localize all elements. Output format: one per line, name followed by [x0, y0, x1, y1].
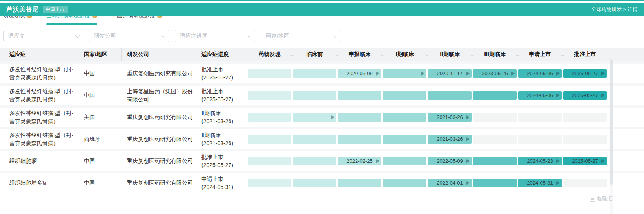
listed-status-badge: 中国上市: [43, 6, 68, 13]
stage-bar[interactable]: 2022-04-01: [428, 179, 472, 187]
stage-cell: 2020-11-17: [427, 69, 472, 78]
step-icon-triangle: [557, 182, 560, 185]
stage-date: 2022-02-25: [346, 158, 373, 164]
tab-label: 全球药物研发进度: [46, 16, 90, 19]
stage-bar[interactable]: [383, 69, 426, 78]
progress-cell: 批准上市(2025-05-27): [196, 65, 247, 81]
stage-bar: [293, 91, 336, 100]
stage-bar[interactable]: 2021-03-26: [428, 135, 472, 144]
tab-0[interactable]: 研发现状: [3, 16, 32, 25]
step-forward-icon: [556, 159, 560, 163]
step-icon-triangle: [422, 72, 424, 75]
drug-title: 芦沃美替尼: [6, 5, 39, 14]
stage-cell: [562, 179, 608, 187]
stage-bar[interactable]: 2022-02-25: [338, 157, 381, 165]
company-cell: 重庆复创医药研究有限公司: [122, 157, 196, 165]
progress-stage: 批准上市: [201, 153, 247, 161]
step-icon-bar: [466, 181, 467, 185]
stage-date: 2024-06-06: [527, 70, 553, 76]
stage-bar[interactable]: 2025-05-27: [563, 157, 607, 165]
breadcrumb[interactable]: 全球药物研发 > 详情: [591, 6, 638, 13]
stage-date: 2022-04-01: [437, 180, 463, 186]
company-cell: 上海复星医药（集团）股份有限公司: [122, 87, 196, 103]
stage-bar: [248, 179, 291, 187]
column-header: 国家/地区: [78, 48, 122, 61]
stage-bar: [473, 91, 517, 100]
table-body: 多发性神经纤维瘤Ⅰ型（封·雷克灵豪森氏骨病）中国重庆复创医药研究有限公司批准上市…: [0, 61, 644, 192]
stage-bar: [248, 69, 291, 78]
stage-bar[interactable]: 2024-06-06: [518, 69, 562, 78]
stage-header-label: 申报临床: [349, 51, 371, 57]
stage-bar: [338, 91, 381, 100]
stage-bar: [248, 91, 291, 100]
step-icon-bar: [601, 159, 602, 163]
stage-bar: [338, 135, 381, 144]
step-icon-bar: [556, 72, 557, 75]
stage-bar[interactable]: 2025-05-27: [563, 91, 607, 100]
step-icon-bar: [601, 94, 602, 97]
step-icon-triangle: [467, 160, 470, 163]
step-forward-icon: [376, 159, 379, 163]
table-row: 多发性神经纤维瘤Ⅰ型（封·雷克灵豪森氏骨病）美国重庆复创医药研究有限公司Ⅱ期临床…: [0, 105, 644, 127]
stage-date: 2025-05-27: [572, 92, 598, 98]
company-cell: 重庆复创医药研究有限公司: [122, 69, 196, 77]
tab-1[interactable]: 全球药物研发进度: [46, 16, 97, 25]
stage-cell: [247, 157, 292, 165]
step-icon-triangle: [602, 160, 605, 163]
step-icon-bar: [556, 94, 557, 97]
stage-bar[interactable]: 2020-11-17: [428, 69, 472, 78]
filter-dropdown-3[interactable]: 国家/地区: [261, 30, 341, 42]
tab-2[interactable]: 中国药物研发进度: [111, 16, 162, 25]
progress-cell: 批准上市(2025-05-27): [196, 87, 247, 103]
step-forward-icon: [601, 94, 605, 97]
stage-bar[interactable]: 2024-06-06: [518, 91, 562, 100]
tab-bar: 研发现状全球药物研发进度中国药物研发进度: [0, 16, 644, 25]
stage-bar[interactable]: 2024-05-31: [518, 179, 562, 187]
step-icon-bar: [556, 181, 557, 185]
tab-label: 中国药物研发进度: [111, 16, 155, 19]
stage-cell: [247, 69, 292, 78]
stage-cell: [292, 91, 337, 100]
stage-date: 2020-11-17: [437, 70, 463, 76]
stage-bar[interactable]: 2020-05-09: [338, 69, 381, 78]
stage-cell: [517, 135, 562, 144]
stage-bar: [293, 157, 336, 165]
stage-cell: [382, 135, 427, 144]
stage-cell: [247, 91, 292, 100]
step-icon-bar: [376, 72, 377, 75]
stage-cell: [472, 157, 517, 165]
filter-placeholder: 适应症: [8, 32, 25, 40]
progress-stage: Ⅱ期临床: [201, 131, 247, 139]
stage-bar[interactable]: 2024-05-23: [518, 157, 562, 165]
stage-bar: [293, 179, 336, 187]
scrollbar-thumb[interactable]: [610, 59, 613, 185]
filter-dropdown-1[interactable]: 研发公司: [89, 30, 169, 42]
watermark-logo-icon: [590, 196, 595, 202]
gelonghui-watermark: 格隆汇: [590, 195, 612, 202]
stage-cell: 2021-03-26: [427, 135, 472, 144]
stage-bar[interactable]: 2021-03-26: [428, 113, 472, 122]
step-forward-icon: [601, 159, 605, 163]
vip-icon: [157, 16, 162, 18]
stage-bar[interactable]: 2023-06-25: [473, 69, 517, 78]
stage-bar: [293, 69, 336, 78]
step-forward-icon: [556, 94, 560, 97]
progress-date: (2025-05-27): [201, 95, 247, 103]
stage-date: 2023-06-25: [482, 70, 508, 76]
stage-bar[interactable]: 2025-05-27: [563, 69, 607, 78]
filter-dropdown-2[interactable]: 适应症进度: [175, 30, 255, 42]
table-row: 组织细胞增多症中国重庆复创医药研究有限公司申请上市(2024-05-31)202…: [0, 171, 644, 192]
stage-bar[interactable]: 2022-05-09: [428, 157, 472, 165]
vertical-scrollbar[interactable]: [610, 59, 613, 214]
stage-cell: [247, 179, 292, 187]
filter-dropdown-0[interactable]: 适应症: [3, 30, 83, 42]
stage-cell: [337, 135, 382, 144]
chevron-down-icon: [75, 33, 80, 38]
stage-bar: [518, 135, 562, 144]
stage-bar[interactable]: [293, 113, 336, 122]
step-icon-triangle: [467, 72, 470, 75]
stage-header-label: 申请上市: [529, 51, 551, 57]
stage-header: 药物发现→: [247, 51, 292, 58]
stage-cell: [337, 91, 382, 100]
stage-cell: 2021-03-26: [427, 113, 472, 122]
